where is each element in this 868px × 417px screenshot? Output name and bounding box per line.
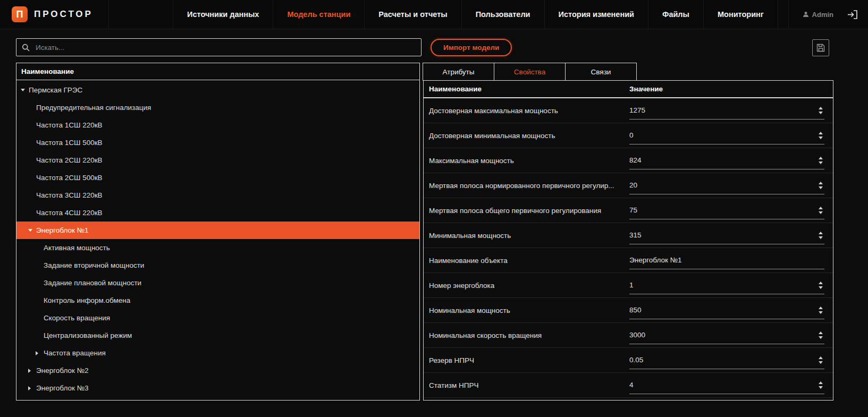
spinner-arrows[interactable] bbox=[819, 232, 824, 239]
property-value-field[interactable]: 1 bbox=[629, 277, 824, 294]
spinner-arrows[interactable] bbox=[819, 207, 824, 214]
spinner-down-icon[interactable] bbox=[819, 186, 823, 189]
details-tab[interactable]: Атрибуты bbox=[423, 63, 494, 81]
tree-item[interactable]: Частота вращения bbox=[16, 344, 419, 362]
spinner-arrows[interactable] bbox=[819, 356, 824, 364]
tree-item[interactable]: Частота 1СШ 500кВ bbox=[16, 134, 419, 151]
column-header-value: Значение bbox=[629, 85, 833, 93]
details-tab[interactable]: Свойства bbox=[494, 63, 566, 81]
spinner-up-icon[interactable] bbox=[819, 232, 823, 234]
nav-item-label: Модель станции bbox=[287, 10, 350, 19]
spinner-up-icon[interactable] bbox=[819, 132, 823, 134]
spinner-down-icon[interactable] bbox=[819, 161, 823, 164]
caret-icon[interactable] bbox=[21, 89, 27, 91]
tree-item[interactable]: Энергоблок №1 bbox=[16, 222, 419, 239]
property-name: Наименование объекта bbox=[424, 257, 629, 265]
tree-item[interactable]: Энергоблок №2 bbox=[16, 362, 419, 379]
tree-item[interactable]: Частота 2СШ 500кВ bbox=[16, 169, 419, 186]
caret-icon[interactable] bbox=[28, 369, 35, 373]
user-name: Admin bbox=[812, 11, 833, 19]
tree-item-label: Задание плановой мощности bbox=[44, 279, 141, 287]
nav-item[interactable]: Файлы bbox=[648, 0, 703, 29]
spinner-up-icon[interactable] bbox=[819, 307, 823, 309]
nav-item[interactable]: Мониторинг bbox=[703, 0, 778, 29]
tree-item[interactable]: Частота 1СШ 220кВ bbox=[16, 116, 419, 134]
user-menu[interactable]: Admin bbox=[803, 11, 833, 19]
spinner-up-icon[interactable] bbox=[819, 282, 823, 284]
logout-button[interactable] bbox=[847, 10, 857, 19]
property-value-field[interactable]: 0 bbox=[629, 127, 824, 144]
tree-item[interactable]: Предупредительная сигнализация bbox=[16, 99, 419, 116]
spinner-arrows[interactable] bbox=[819, 157, 824, 164]
spinner-arrows[interactable] bbox=[819, 331, 824, 339]
property-value-field[interactable]: 850 bbox=[629, 302, 824, 319]
spinner-arrows[interactable] bbox=[819, 381, 824, 389]
tree-item-label: Энергоблок №1 bbox=[36, 226, 89, 234]
details-tab[interactable]: Связи bbox=[565, 63, 637, 81]
property-value-field[interactable]: 1275 bbox=[629, 102, 824, 120]
spinner-arrows[interactable] bbox=[819, 182, 824, 189]
spinner-up-icon[interactable] bbox=[819, 331, 823, 334]
spinner-down-icon[interactable] bbox=[819, 112, 823, 114]
tree-item[interactable]: Частота 2СШ 220кВ bbox=[16, 151, 419, 169]
property-row: Достоверная максимальная мощность 1275 bbox=[424, 98, 833, 123]
tree-item[interactable]: Активная мощность bbox=[16, 239, 419, 257]
spinner-arrows[interactable] bbox=[819, 107, 824, 114]
property-value: 315 bbox=[629, 231, 642, 239]
caret-icon[interactable] bbox=[36, 351, 42, 355]
tree-item[interactable]: Задание плановой мощности bbox=[16, 274, 419, 292]
tree-item[interactable]: Скорость вращения bbox=[16, 309, 419, 327]
nav-item[interactable]: Пользователи bbox=[461, 0, 544, 29]
main-content: Наименование Пермская ГРЭС Предупредител… bbox=[16, 63, 833, 401]
spinner-down-icon[interactable] bbox=[819, 286, 823, 289]
property-value-field[interactable]: 3000 bbox=[629, 327, 824, 344]
spinner-up-icon[interactable] bbox=[819, 182, 823, 184]
spinner-down-icon[interactable] bbox=[819, 336, 823, 339]
property-value-field[interactable]: 75 bbox=[629, 202, 824, 219]
spinner-arrows[interactable] bbox=[819, 282, 824, 289]
spinner-up-icon[interactable] bbox=[819, 157, 823, 159]
tree-item[interactable]: Централизованный режим bbox=[16, 327, 419, 344]
nav-item[interactable]: Источники данных bbox=[173, 0, 273, 29]
spinner-down-icon[interactable] bbox=[819, 137, 823, 139]
tree-item[interactable]: Частота 4СШ 220кВ bbox=[16, 204, 419, 222]
property-value-field[interactable]: 20 bbox=[629, 177, 824, 194]
tree-item-label: Частота 1СШ 220кВ bbox=[36, 121, 103, 129]
property-name: Мертвая полоса общего первичного регулир… bbox=[424, 207, 629, 215]
property-value-field[interactable]: 315 bbox=[629, 227, 824, 244]
property-value-field[interactable]: 0.05 bbox=[629, 352, 824, 369]
search-box[interactable] bbox=[16, 38, 422, 56]
search-icon bbox=[22, 44, 30, 52]
app-logo[interactable]: П ПРОСТОР bbox=[0, 0, 109, 29]
tree-item[interactable]: Пермская ГРЭС bbox=[16, 81, 419, 99]
spinner-down-icon[interactable] bbox=[819, 386, 823, 389]
spinner-up-icon[interactable] bbox=[819, 356, 823, 359]
tree-item[interactable]: Задание вторичной мощности bbox=[16, 257, 419, 274]
spinner-down-icon[interactable] bbox=[819, 311, 823, 314]
nav-item[interactable]: История изменений bbox=[544, 0, 648, 29]
property-value-field[interactable]: 824 bbox=[629, 152, 824, 169]
nav-item[interactable]: Модель станции bbox=[273, 0, 364, 29]
search-input[interactable] bbox=[35, 43, 416, 52]
tree-item[interactable]: Контроль информ.обмена bbox=[16, 292, 419, 309]
nav-item[interactable]: Расчеты и отчеты bbox=[364, 0, 461, 29]
property-value-field[interactable]: 4 bbox=[629, 377, 824, 394]
property-value-field[interactable]: Энергоблок №1 bbox=[629, 252, 824, 269]
spinner-down-icon[interactable] bbox=[819, 211, 823, 214]
save-icon bbox=[816, 44, 825, 52]
property-row: Резерв НПРЧ 0.05 bbox=[424, 348, 833, 373]
tree-item[interactable]: Энергоблок №3 bbox=[16, 379, 419, 397]
property-row: Минимальная мощность 315 bbox=[424, 223, 833, 248]
spinner-arrows[interactable] bbox=[819, 132, 824, 139]
spinner-up-icon[interactable] bbox=[819, 207, 823, 209]
spinner-arrows[interactable] bbox=[819, 307, 824, 314]
save-button[interactable] bbox=[812, 39, 829, 56]
spinner-down-icon[interactable] bbox=[819, 236, 823, 239]
tree-item[interactable]: Частота 3СШ 220кВ bbox=[16, 186, 419, 204]
spinner-up-icon[interactable] bbox=[819, 381, 823, 384]
spinner-up-icon[interactable] bbox=[819, 107, 823, 109]
import-model-button[interactable]: Импорт модели bbox=[431, 39, 512, 56]
caret-icon[interactable] bbox=[28, 229, 35, 232]
caret-icon[interactable] bbox=[28, 386, 35, 390]
spinner-down-icon[interactable] bbox=[819, 361, 823, 364]
